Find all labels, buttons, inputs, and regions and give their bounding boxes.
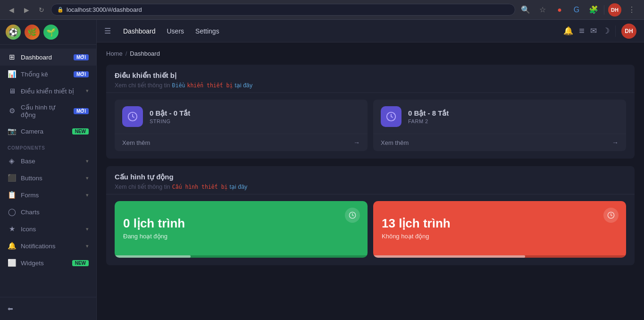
sidebar-bottom: ⬅ — [0, 297, 96, 320]
schedule-card-inactive: 13 lịch trình Không hoạt động — [373, 201, 626, 258]
sidebar-forms-label: Forms — [21, 192, 81, 199]
sidebar-nav: ⊞ Dashboard MỚI 📊 Thống kê MỚI 🖥 Điều kh… — [0, 45, 96, 297]
browser-chrome: ◀ ▶ ↻ 🔒 localhost:3000/#/dashboard 🔍 ☆ ●… — [0, 0, 644, 20]
reload-button[interactable]: ↻ — [36, 4, 47, 16]
extension-icon[interactable]: ● — [553, 3, 566, 17]
sidebar-item-charts[interactable]: ◯ Charts — [0, 203, 96, 220]
camera-badge: NEW — [72, 128, 89, 135]
translate-icon[interactable]: G — [570, 3, 583, 17]
schedule-inactive-label: Không hoạt động — [382, 233, 618, 240]
breadcrumb-current: Dashboard — [130, 50, 160, 57]
sidebar-item-cau-hinh[interactable]: ⚙ Cấu hình tự động MỚI — [0, 99, 96, 123]
sidebar-charts-label: Charts — [21, 209, 89, 216]
puzzle-icon[interactable]: 🧩 — [587, 3, 600, 17]
schedule-inactive-icon — [603, 208, 619, 223]
base-chevron-icon: ▾ — [86, 158, 89, 164]
device-subtitle-link[interactable]: tại đây — [234, 82, 252, 89]
logo-2[interactable]: 🌿 — [25, 25, 40, 40]
topbar-bell-icon[interactable]: 🔔 — [563, 26, 573, 36]
buttons-chevron-icon: ▾ — [86, 175, 89, 181]
sidebar-item-icons[interactable]: ★ Icons ▾ — [0, 220, 96, 237]
topbar-nav-users[interactable]: Users — [162, 25, 189, 38]
menu-icon[interactable]: ⋮ — [625, 3, 638, 17]
device-farm2-view-more: Xem thêm — [381, 139, 409, 146]
thong-ke-badge: MỚI — [74, 71, 89, 77]
schedule-subtitle-prefix: Xem chi tiết thông tin — [115, 183, 170, 190]
sidebar-item-thong-ke[interactable]: 📊 Thống kê MỚI — [0, 66, 96, 83]
schedule-grid: 0 lịch trình Đang hoạt động — [115, 201, 626, 258]
forms-chevron-icon: ▾ — [86, 192, 89, 198]
star-icon[interactable]: ☆ — [536, 3, 549, 17]
schedule-active-progress-wrap — [115, 255, 368, 258]
topbar-mail-icon[interactable]: ✉ — [590, 26, 597, 36]
device-section-subtitle: Xem chi tiết thông tin Điều khiển thiết … — [115, 82, 626, 89]
device-section-title: Điều khiển thiết bị — [115, 71, 626, 80]
device-string-label: STRING — [150, 118, 360, 124]
search-icon[interactable]: 🔍 — [519, 3, 532, 17]
sidebar-buttons-label: Buttons — [21, 175, 81, 182]
schedule-section: Cấu hình tự động Xem chi tiết thông tin … — [106, 166, 635, 265]
device-card-string: 0 Bật - 0 Tắt STRING Xem thêm → — [115, 100, 368, 151]
schedule-active-count: 0 lịch trình — [123, 216, 359, 231]
back-button[interactable]: ◀ — [6, 4, 17, 16]
widgets-badge: NEW — [72, 260, 89, 266]
schedule-subtitle-link[interactable]: tại đây — [229, 183, 247, 190]
sidebar-item-dashboard[interactable]: ⊞ Dashboard MỚI — [0, 49, 96, 66]
topbar-actions: 🔔 ≡ ✉ ☽ DH — [563, 24, 636, 39]
forms-icon: 📋 — [8, 191, 16, 199]
lock-icon: 🔒 — [57, 7, 64, 13]
device-farm2-status: 0 Bật - 8 Tắt — [408, 109, 619, 118]
dieu-khien-icon: 🖥 — [8, 87, 16, 95]
sidebar-item-camera[interactable]: 📷 Camera NEW — [0, 123, 96, 140]
notifications-icon: 🔔 — [8, 242, 16, 250]
breadcrumb: Home / Dashboard — [106, 50, 635, 57]
schedule-inactive-progress — [373, 255, 525, 258]
device-farm2-info: 0 Bật - 8 Tắt FARM 2 — [408, 109, 619, 124]
sidebar-logout-button[interactable]: ⬅ — [0, 301, 96, 316]
device-string-icon — [122, 106, 143, 127]
sidebar-item-base[interactable]: ◈ Base ▾ — [0, 152, 96, 169]
schedule-card-active: 0 lịch trình Đang hoạt động — [115, 201, 368, 258]
schedule-active-label: Đang hoạt động — [123, 233, 359, 240]
schedule-section-header: Cấu hình tự động Xem chi tiết thông tin … — [106, 166, 635, 194]
device-farm2-label: FARM 2 — [408, 118, 619, 124]
browser-actions: 🔍 ☆ ● G 🧩 DH ⋮ — [519, 3, 638, 17]
logo-1[interactable]: ⚽ — [6, 25, 21, 40]
device-string-status: 0 Bật - 0 Tắt — [150, 109, 360, 118]
device-subtitle-code-red: khiển thiết bị — [187, 82, 233, 89]
sidebar-item-notifications[interactable]: 🔔 Notifications ▾ — [0, 237, 96, 254]
sidebar-dieu-khien-label: Điều khiển thiết bị — [21, 87, 81, 95]
schedule-active-icon — [345, 208, 360, 223]
sidebar-item-buttons[interactable]: ⬛ Buttons ▾ — [0, 169, 96, 186]
device-string-footer[interactable]: Xem thêm → — [115, 134, 368, 151]
sidebar: ⚽ 🌿 🌱 ⊞ Dashboard MỚI 📊 Thống kê MỚI 🖥 Đ… — [0, 20, 97, 320]
forward-button[interactable]: ▶ — [21, 4, 32, 16]
topbar-nav-dashboard[interactable]: Dashboard — [118, 25, 160, 38]
device-section: Điều khiển thiết bị Xem chi tiết thông t… — [106, 65, 635, 159]
topbar-avatar[interactable]: DH — [621, 24, 636, 39]
device-card-farm2-top: 0 Bật - 8 Tắt FARM 2 — [373, 100, 626, 134]
browser-profile-avatar[interactable]: DH — [608, 3, 621, 17]
sidebar-item-widgets[interactable]: ⬜ Widgets NEW — [0, 254, 96, 271]
device-farm2-footer[interactable]: Xem thêm → — [373, 134, 626, 151]
url-text: localhost:3000/#/dashboard — [67, 6, 142, 13]
topbar-nav-settings[interactable]: Settings — [191, 25, 224, 38]
topbar-moon-icon[interactable]: ☽ — [602, 26, 610, 36]
sidebar-item-dieu-khien[interactable]: 🖥 Điều khiển thiết bị ▾ — [0, 83, 96, 99]
hamburger-icon[interactable]: ☰ — [104, 26, 111, 35]
device-string-view-more: Xem thêm — [122, 139, 150, 146]
dieu-khien-chevron-icon: ▾ — [86, 88, 89, 94]
address-bar[interactable]: 🔒 localhost:3000/#/dashboard — [51, 4, 515, 16]
dashboard-icon: ⊞ — [8, 53, 16, 61]
device-section-header: Điều khiển thiết bị Xem chi tiết thông t… — [106, 65, 635, 93]
sidebar-camera-label: Camera — [21, 128, 67, 135]
logo-3[interactable]: 🌱 — [43, 25, 59, 40]
base-icon: ◈ — [8, 157, 16, 165]
breadcrumb-home[interactable]: Home — [106, 50, 123, 57]
components-section-label: COMPONENTS — [0, 140, 96, 152]
sidebar-cau-hinh-label: Cấu hình tự động — [21, 103, 69, 118]
sidebar-dashboard-label: Dashboard — [21, 54, 69, 61]
topbar-list-icon[interactable]: ≡ — [579, 25, 585, 36]
sidebar-item-forms[interactable]: 📋 Forms ▾ — [0, 186, 96, 203]
app-layout: ⚽ 🌿 🌱 ⊞ Dashboard MỚI 📊 Thống kê MỚI 🖥 Đ… — [0, 20, 644, 320]
